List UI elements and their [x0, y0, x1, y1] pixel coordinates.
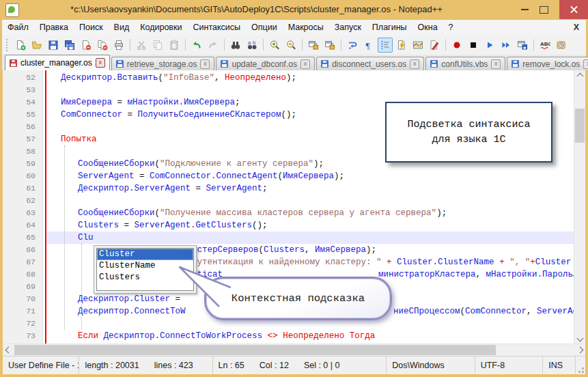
saved-file-icon [321, 60, 328, 68]
tab-close-icon[interactable]: x [96, 58, 105, 68]
tab-close-icon[interactable]: x [410, 59, 419, 69]
line-number: 61 [3, 182, 36, 195]
toolbar-separator [263, 39, 264, 51]
title-bar[interactable]: *c:\Users\aovsyankin\Documents\GITs\Auto… [0, 0, 588, 20]
code-line [43, 84, 574, 96]
svg-text:¶: ¶ [366, 40, 370, 50]
menu-item[interactable]: Окна [412, 23, 443, 32]
editor[interactable]: 5253545556575859606162636465666768697071… [3, 70, 574, 344]
save-macro-icon[interactable] [515, 38, 530, 53]
vertical-scrollbar[interactable] [574, 70, 585, 344]
line-number-gutter: 5253545556575859606162636465666768697071… [3, 70, 43, 344]
tab-disconnect_users.os[interactable]: disconnect_users.osx [316, 57, 424, 70]
code-token: "Подключение к агенту сервера" [160, 159, 313, 169]
code-line: Дескриптор.ServerAgent = ServerAgent; [43, 182, 574, 195]
code-token: астерСерверов [192, 245, 259, 255]
tab-label: retrieve_storage.os [127, 59, 197, 69]
tab-retrieve_storage.os[interactable]: retrieve_storage.osx [111, 57, 215, 70]
print-icon[interactable] [111, 38, 126, 53]
find-icon[interactable] [228, 38, 243, 53]
save-icon[interactable] [46, 38, 61, 53]
menu-item[interactable]: Кодировки [135, 23, 187, 32]
code-text-run: Попытка [61, 133, 97, 145]
tab-close-icon[interactable]: x [491, 59, 501, 69]
tab-close-icon[interactable]: x [583, 59, 588, 69]
menu-item[interactable]: Плагины [367, 23, 412, 32]
show-all-characters-icon[interactable]: ¶ [361, 38, 376, 53]
scroll-up-arrow[interactable] [574, 70, 585, 81]
code-token: , [305, 245, 315, 255]
menu-item[interactable]: Синтаксисы [187, 23, 246, 32]
undo-icon[interactable] [189, 38, 204, 53]
menu-item[interactable]: ? [443, 23, 459, 32]
sync-horizontal-icon[interactable] [322, 38, 337, 53]
stop-macro-icon[interactable] [466, 38, 481, 53]
menubar-close-button[interactable]: X [567, 23, 586, 32]
close-button[interactable] [559, 0, 588, 19]
tab-remove_lock.os[interactable]: remove_lock.osx [507, 57, 588, 70]
code-text-run: СообщениеСборки("Подключение к агенту се… [78, 158, 324, 170]
code-token: = [112, 98, 128, 107]
new-file-icon[interactable] [13, 38, 28, 53]
window-title: *c:\Users\aovsyankin\Documents\GITs\Auto… [0, 0, 513, 19]
word-wrap-icon[interactable] [345, 38, 360, 53]
tab-cluster_manager.os[interactable]: cluster_manager.osx [5, 55, 110, 70]
horizontal-scrollbar[interactable] [3, 344, 585, 356]
close-all-icon[interactable] [95, 38, 110, 53]
replace-icon[interactable]: ab [244, 38, 260, 53]
code-token: Неопределено [283, 331, 344, 341]
zoom-out-icon[interactable] [283, 38, 298, 53]
menu-item[interactable]: Макросы [283, 23, 329, 32]
menu-item[interactable]: Запуск [329, 23, 367, 32]
vertical-scrollbar-thumb[interactable] [575, 109, 585, 143]
scroll-left-arrow[interactable] [3, 344, 14, 355]
status-typing-mode[interactable]: INS [543, 357, 576, 374]
document-monitor-icon[interactable] [554, 38, 569, 53]
save-all-icon[interactable] [62, 38, 77, 53]
code-token: , [527, 307, 537, 316]
code-token: ПолучитьСоединениеСКластером [138, 110, 281, 120]
zoom-in-icon[interactable] [267, 38, 282, 53]
scroll-right-arrow[interactable] [574, 344, 585, 355]
record-macro-icon[interactable] [449, 38, 464, 53]
line-number: 55 [3, 109, 36, 121]
scroll-down-arrow[interactable] [574, 333, 585, 344]
code-text-run: ИмяСервера = мНастройки.ИмяСервера; [61, 96, 240, 109]
tab-update_dbconf.os[interactable]: update_dbconf.osx [216, 57, 314, 70]
code-token: + [530, 257, 535, 267]
maximize-button[interactable] [535, 0, 552, 19]
code-text-run: Дескриптор.ConnectToW [78, 305, 186, 318]
close-file-icon[interactable] [79, 38, 94, 53]
code-token: ServerAgent [206, 184, 263, 193]
indent-guide-icon[interactable] [378, 38, 393, 53]
menu-item[interactable]: Опции [246, 23, 283, 32]
tab-close-icon[interactable]: x [200, 59, 210, 69]
tab-confUtils.vbs[interactable]: confUtils.vbsx [425, 57, 505, 70]
menu-item[interactable]: Поиск [74, 23, 109, 32]
resize-grip[interactable] [576, 357, 585, 374]
open-file-icon[interactable] [29, 38, 44, 53]
redo-icon [206, 38, 221, 53]
code-area[interactable]: Дескриптор.Вставить("InfoBase", Неопреде… [43, 70, 574, 344]
status-eol-format[interactable]: Dos\Windows [387, 357, 475, 374]
code-token: ИмяСервера [283, 171, 334, 181]
code-text-run: ниеСПроцессом(ComConnector, ServerAgent [393, 305, 574, 318]
line-number: 71 [3, 305, 36, 318]
spell-check-icon[interactable]: ABC [537, 38, 552, 53]
play-macro-icon[interactable] [482, 38, 497, 53]
menu-item[interactable]: Правка [34, 23, 74, 32]
status-encoding[interactable]: UTF-8 [475, 357, 544, 374]
document-map-icon[interactable] [410, 38, 425, 53]
tab-close-icon[interactable]: x [300, 59, 310, 69]
menu-bar: ФайлПравкаПоискВидКодировкиСинтаксисыОпц… [2, 20, 586, 35]
run-macro-multiple-icon[interactable] [499, 38, 514, 53]
horizontal-scrollbar-thumb[interactable] [14, 345, 496, 355]
document-switcher-icon[interactable] [427, 38, 442, 53]
code-token: Попытка [61, 135, 97, 144]
function-completion-icon[interactable] [394, 38, 409, 53]
menu-item[interactable]: Файл [2, 23, 34, 32]
toolbar-separator [302, 39, 303, 51]
minimize-button[interactable] [516, 0, 533, 19]
sync-vertical-icon[interactable] [306, 38, 321, 53]
menu-item[interactable]: Вид [109, 23, 135, 32]
